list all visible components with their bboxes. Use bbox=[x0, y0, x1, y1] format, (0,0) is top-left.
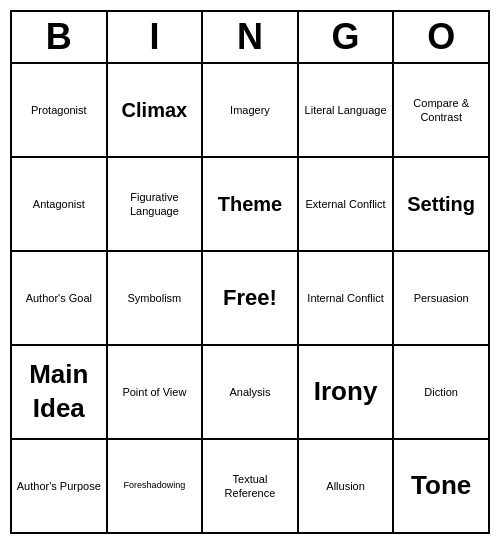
bingo-row-3: Main IdeaPoint of ViewAnalysisIronyDicti… bbox=[12, 346, 488, 440]
bingo-cell-3-3: Irony bbox=[299, 346, 395, 438]
bingo-cell-4-0: Author's Purpose bbox=[12, 440, 108, 532]
bingo-cell-2-1: Symbolism bbox=[108, 252, 204, 344]
header-letter-b: B bbox=[12, 12, 108, 62]
header-letter-n: N bbox=[203, 12, 299, 62]
bingo-cell-3-2: Analysis bbox=[203, 346, 299, 438]
bingo-row-4: Author's PurposeForeshadowingTextual Ref… bbox=[12, 440, 488, 532]
bingo-cell-1-3: External Conflict bbox=[299, 158, 395, 250]
header-letter-g: G bbox=[299, 12, 395, 62]
bingo-cell-0-0: Protagonist bbox=[12, 64, 108, 156]
bingo-cell-2-2: Free! bbox=[203, 252, 299, 344]
bingo-cell-0-2: Imagery bbox=[203, 64, 299, 156]
bingo-row-2: Author's GoalSymbolismFree!Internal Conf… bbox=[12, 252, 488, 346]
bingo-cell-4-3: Allusion bbox=[299, 440, 395, 532]
bingo-cell-2-0: Author's Goal bbox=[12, 252, 108, 344]
bingo-cell-0-1: Climax bbox=[108, 64, 204, 156]
bingo-cell-0-3: Literal Language bbox=[299, 64, 395, 156]
header-letter-i: I bbox=[108, 12, 204, 62]
bingo-cell-4-1: Foreshadowing bbox=[108, 440, 204, 532]
bingo-card: BINGO ProtagonistClimaxImageryLiteral La… bbox=[10, 10, 490, 534]
bingo-grid: ProtagonistClimaxImageryLiteral Language… bbox=[12, 64, 488, 532]
header-letter-o: O bbox=[394, 12, 488, 62]
bingo-cell-1-1: Figurative Language bbox=[108, 158, 204, 250]
bingo-row-0: ProtagonistClimaxImageryLiteral Language… bbox=[12, 64, 488, 158]
bingo-cell-3-1: Point of View bbox=[108, 346, 204, 438]
bingo-cell-3-4: Diction bbox=[394, 346, 488, 438]
bingo-header: BINGO bbox=[12, 12, 488, 64]
bingo-cell-4-2: Textual Reference bbox=[203, 440, 299, 532]
bingo-cell-1-2: Theme bbox=[203, 158, 299, 250]
bingo-cell-3-0: Main Idea bbox=[12, 346, 108, 438]
bingo-cell-1-4: Setting bbox=[394, 158, 488, 250]
bingo-cell-4-4: Tone bbox=[394, 440, 488, 532]
bingo-row-1: AntagonistFigurative LanguageThemeExtern… bbox=[12, 158, 488, 252]
bingo-cell-2-4: Persuasion bbox=[394, 252, 488, 344]
bingo-cell-0-4: Compare & Contrast bbox=[394, 64, 488, 156]
bingo-cell-2-3: Internal Conflict bbox=[299, 252, 395, 344]
bingo-cell-1-0: Antagonist bbox=[12, 158, 108, 250]
